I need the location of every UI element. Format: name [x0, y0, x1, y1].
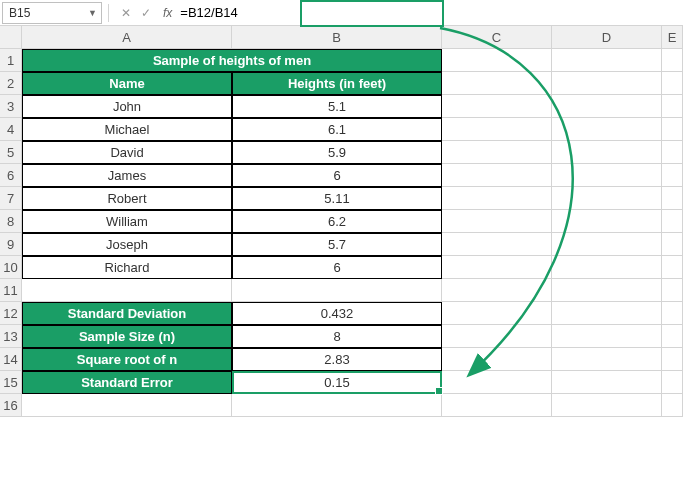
data-name-8[interactable]: William — [22, 210, 232, 233]
cell-e9[interactable] — [662, 233, 683, 256]
row-header-5[interactable]: 5 — [0, 141, 22, 164]
data-name-9[interactable]: Joseph — [22, 233, 232, 256]
cell-c10[interactable] — [442, 256, 552, 279]
cell-c5[interactable] — [442, 141, 552, 164]
row-header-13[interactable]: 13 — [0, 325, 22, 348]
cell-e6[interactable] — [662, 164, 683, 187]
cell-e4[interactable] — [662, 118, 683, 141]
row-header-12[interactable]: 12 — [0, 302, 22, 325]
cell-16-4[interactable] — [662, 394, 683, 417]
column-header-c[interactable]: C — [442, 26, 552, 49]
cell-d15[interactable] — [552, 371, 662, 394]
stat-value-14[interactable]: 2.83 — [232, 348, 442, 371]
data-height-6[interactable]: 6 — [232, 164, 442, 187]
cell-c13[interactable] — [442, 325, 552, 348]
cell-d14[interactable] — [552, 348, 662, 371]
cell-c7[interactable] — [442, 187, 552, 210]
chevron-down-icon[interactable]: ▼ — [88, 8, 97, 18]
cell-e12[interactable] — [662, 302, 683, 325]
cell-d2[interactable] — [552, 72, 662, 95]
row-header-7[interactable]: 7 — [0, 187, 22, 210]
cell-d3[interactable] — [552, 95, 662, 118]
cell-e1[interactable] — [662, 49, 683, 72]
row-header-15[interactable]: 15 — [0, 371, 22, 394]
cell-d9[interactable] — [552, 233, 662, 256]
formula-input[interactable] — [176, 2, 683, 24]
enter-icon[interactable]: ✓ — [141, 6, 151, 20]
row-header-1[interactable]: 1 — [0, 49, 22, 72]
data-height-3[interactable]: 5.1 — [232, 95, 442, 118]
cell-c12[interactable] — [442, 302, 552, 325]
cell-16-1[interactable] — [232, 394, 442, 417]
row-header-4[interactable]: 4 — [0, 118, 22, 141]
cell-c15[interactable] — [442, 371, 552, 394]
row-header-6[interactable]: 6 — [0, 164, 22, 187]
data-height-5[interactable]: 5.9 — [232, 141, 442, 164]
cell-e7[interactable] — [662, 187, 683, 210]
cell-d7[interactable] — [552, 187, 662, 210]
cell-e5[interactable] — [662, 141, 683, 164]
name-box[interactable]: B15 ▼ — [2, 2, 102, 24]
cell-e10[interactable] — [662, 256, 683, 279]
data-name-6[interactable]: James — [22, 164, 232, 187]
cell-d13[interactable] — [552, 325, 662, 348]
cell-c4[interactable] — [442, 118, 552, 141]
data-name-3[interactable]: John — [22, 95, 232, 118]
cell-16-0[interactable] — [22, 394, 232, 417]
cell-d8[interactable] — [552, 210, 662, 233]
column-header-b[interactable]: B — [232, 26, 442, 49]
cell-c3[interactable] — [442, 95, 552, 118]
cell-e8[interactable] — [662, 210, 683, 233]
cell-c6[interactable] — [442, 164, 552, 187]
stat-value-15[interactable]: 0.15 — [232, 371, 442, 394]
cell-e15[interactable] — [662, 371, 683, 394]
data-name-7[interactable]: Robert — [22, 187, 232, 210]
cell-11-1[interactable] — [232, 279, 442, 302]
column-header-d[interactable]: D — [552, 26, 662, 49]
data-name-5[interactable]: David — [22, 141, 232, 164]
cell-e13[interactable] — [662, 325, 683, 348]
cell-11-2[interactable] — [442, 279, 552, 302]
row-header-2[interactable]: 2 — [0, 72, 22, 95]
data-height-8[interactable]: 6.2 — [232, 210, 442, 233]
data-height-10[interactable]: 6 — [232, 256, 442, 279]
cell-d12[interactable] — [552, 302, 662, 325]
cell-d10[interactable] — [552, 256, 662, 279]
cell-c14[interactable] — [442, 348, 552, 371]
spreadsheet-grid[interactable]: ABCDE1Sample of heights of men2NameHeigh… — [0, 26, 683, 417]
cell-e2[interactable] — [662, 72, 683, 95]
row-header-9[interactable]: 9 — [0, 233, 22, 256]
corner-cell[interactable] — [0, 26, 22, 49]
data-height-9[interactable]: 5.7 — [232, 233, 442, 256]
row-header-16[interactable]: 16 — [0, 394, 22, 417]
cell-d1[interactable] — [552, 49, 662, 72]
row-header-8[interactable]: 8 — [0, 210, 22, 233]
stat-value-12[interactable]: 0.432 — [232, 302, 442, 325]
column-header-a[interactable]: A — [22, 26, 232, 49]
data-height-4[interactable]: 6.1 — [232, 118, 442, 141]
data-name-4[interactable]: Michael — [22, 118, 232, 141]
cell-c2[interactable] — [442, 72, 552, 95]
fx-icon[interactable]: fx — [163, 6, 172, 20]
cell-d5[interactable] — [552, 141, 662, 164]
row-header-11[interactable]: 11 — [0, 279, 22, 302]
cell-16-2[interactable] — [442, 394, 552, 417]
data-name-10[interactable]: Richard — [22, 256, 232, 279]
cancel-icon[interactable]: ✕ — [121, 6, 131, 20]
row-header-14[interactable]: 14 — [0, 348, 22, 371]
cell-11-3[interactable] — [552, 279, 662, 302]
cell-d4[interactable] — [552, 118, 662, 141]
cell-e3[interactable] — [662, 95, 683, 118]
row-header-3[interactable]: 3 — [0, 95, 22, 118]
row-header-10[interactable]: 10 — [0, 256, 22, 279]
cell-c9[interactable] — [442, 233, 552, 256]
cell-11-0[interactable] — [22, 279, 232, 302]
column-header-e[interactable]: E — [662, 26, 683, 49]
cell-c1[interactable] — [442, 49, 552, 72]
stat-value-13[interactable]: 8 — [232, 325, 442, 348]
cell-e14[interactable] — [662, 348, 683, 371]
cell-d6[interactable] — [552, 164, 662, 187]
cell-11-4[interactable] — [662, 279, 683, 302]
cell-16-3[interactable] — [552, 394, 662, 417]
cell-c8[interactable] — [442, 210, 552, 233]
